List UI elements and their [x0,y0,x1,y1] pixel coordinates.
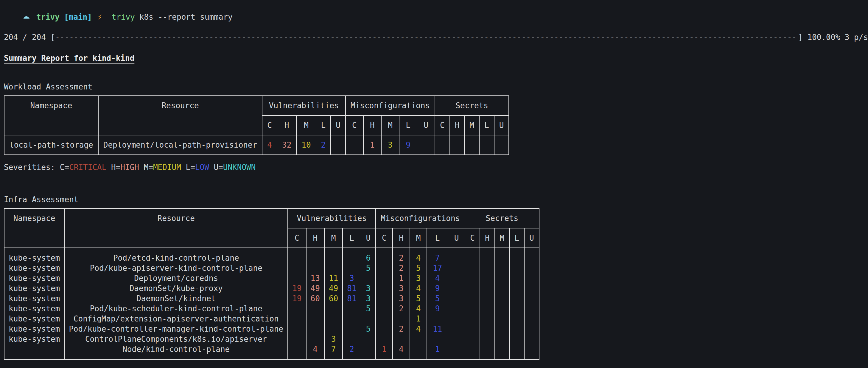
severity-count-cell [453,344,461,354]
severity-column-header: U [361,228,376,248]
severity-count-cell [529,253,535,263]
severity-count-cell [397,314,405,324]
column-group-secrets: Secrets [465,208,539,228]
severity-count-cell [529,334,535,344]
severity-column-header: M [495,228,510,248]
severity-count-cell [453,273,461,283]
severity-count-cell: 5 [366,263,371,273]
severity-count-cell: 1 [397,273,405,283]
severity-count-cell [311,314,320,324]
severity-count-cell: 3 [329,334,338,344]
column-header-resource: Resource [64,208,288,248]
prompt-symbol-icon [23,12,30,22]
severity-count-cell [514,344,520,354]
severity-count-cell [347,334,356,344]
severity-count-cell [453,293,461,304]
progress-bar: ----------------------------------------… [55,32,798,43]
severity-count-cell [453,304,461,314]
severity-count-cell [380,253,388,263]
severity-count-cell: 7 [431,253,443,263]
severity-count-cell: 5 [431,293,443,304]
severity-column-header: C [345,115,363,135]
severity-count-cell: 2 [316,135,331,155]
namespace-column: kube-systemkube-systemkube-systemkube-sy… [4,248,64,359]
command-args: k8s --report summary [140,12,232,22]
severity-column-header: H [393,228,410,248]
lightning-icon: ⚡ [97,12,102,22]
report-title: Summary Report for kind-kind [4,53,868,63]
terminal[interactable]: trivy[main]⚡trivyk8s --report summary 20… [4,2,868,368]
severity-count-cell [499,283,505,293]
column-group-vulnerabilities: Vulnerabilities [288,208,376,228]
severity-count-cell [499,304,505,314]
namespace-cell: kube-system [9,273,60,283]
namespace-cell: kube-system [9,283,60,293]
severity-count-cell: 5 [414,263,423,273]
legend-severity-name: UNKNOWN [223,163,256,172]
severity-count-cell [347,324,356,334]
resource-cell: ConfigMap/extension-apiserver-authentica… [69,314,283,324]
severity-count-column [524,248,539,359]
severity-column-header: H [277,115,297,135]
severity-count-cell: 5 [366,304,371,314]
severity-column-header: M [297,115,316,135]
severity-count-cell [347,314,356,324]
command-name: trivy [112,12,135,22]
legend-severity-name: HIGH [120,163,139,172]
namespace-cell: kube-system [9,314,60,324]
severity-count-cell [292,263,302,273]
severity-count-cell [292,253,302,263]
severity-count-cell [331,135,345,155]
severity-column-header: L [479,115,494,135]
severity-count-cell: 17 [431,263,443,273]
legend-abbr: U= [209,163,223,172]
namespace-cell: kube-system [9,293,60,304]
severity-count-cell [292,324,302,334]
resource-column: Pod/etcd-kind-control-planePod/kube-apis… [64,248,288,359]
severity-count-cell [311,334,320,344]
severity-count-cell [311,263,320,273]
severity-count-cell: 19 [292,283,302,293]
resource-cell: DaemonSet/kindnet [69,293,283,304]
infra-section-title: Infra Assessment [4,194,868,205]
resource-cell: Deployment/local-path-provisioner [98,135,262,155]
progress-count: 204 / 204 [ [4,32,55,43]
severity-count-cell: 3 [347,273,356,283]
resource-cell: DaemonSet/kube-proxy [69,283,283,293]
severity-count-column [448,248,465,359]
severity-count-column: 11496037 [324,248,343,359]
severity-count-cell [529,324,535,334]
severity-count-cell [453,314,461,324]
infra-header-row: Namespace Resource Vulnerabilities Misco… [4,208,539,228]
resource-cell: Node/kind-control-plane [69,344,283,354]
severity-count-cell [380,263,388,273]
severity-count-cell [484,304,490,314]
severity-count-cell [514,253,520,263]
severity-count-column [509,248,524,359]
severity-count-cell [311,304,320,314]
severity-count-cell [366,344,371,354]
severity-count-cell: 1 [363,135,381,155]
severity-count-cell [484,293,490,304]
severity-count-cell: 11 [431,324,443,334]
severity-count-cell [484,314,490,324]
resource-cell: ControlPlaneComponents/k8s.io/apiserver [69,334,283,344]
severity-count-cell: 81 [347,293,356,304]
severity-count-cell [499,263,505,273]
severity-count-cell: 4 [414,304,423,314]
severity-count-cell: 6 [366,253,371,263]
severity-legend: Severities: C=CRITICAL H=HIGH M=MEDIUM L… [4,367,868,368]
severity-count-cell: 81 [347,283,356,293]
resource-cell: Pod/etcd-kind-control-plane [69,253,283,263]
severity-count-cell [366,334,371,344]
severity-count-cell [347,263,356,273]
legend-severity-name: CRITICAL [69,163,106,172]
severity-count-cell: 4 [431,273,443,283]
severity-count-cell [484,324,490,334]
severity-count-cell [484,344,490,354]
severity-count-cell: 7 [329,344,338,354]
severity-count-cell: 3 [397,283,405,293]
severity-count-cell [484,253,490,263]
severity-count-cell [380,283,388,293]
severity-column-header: U [331,115,345,135]
